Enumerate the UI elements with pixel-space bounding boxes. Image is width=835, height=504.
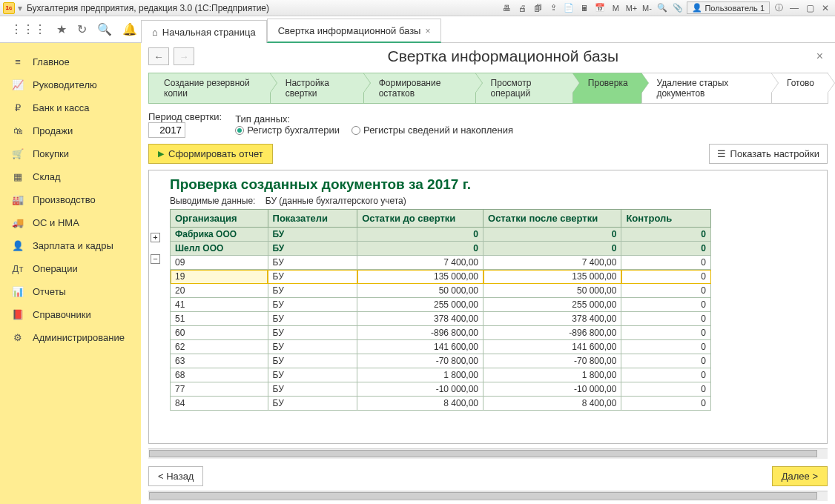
sidebar-item-label: Руководителю (33, 79, 97, 90)
sidebar-item-8[interactable]: 👤Зарплата и кадры (0, 234, 141, 257)
data-row[interactable]: 68БУ1 800,001 800,000 (171, 368, 711, 382)
copy-icon[interactable]: 📄 (562, 2, 575, 14)
cell: 09 (171, 256, 268, 270)
cell: БУ (268, 397, 357, 411)
print-icon[interactable]: 🖨 (515, 2, 529, 14)
close-page-icon[interactable]: × (812, 50, 828, 63)
show-settings-button[interactable]: ☰Показать настройки (709, 144, 828, 164)
wizard-step-6[interactable]: Готово (771, 73, 828, 104)
data-row[interactable]: 63БУ-70 800,00-70 800,000 (171, 354, 711, 368)
sidebar-item-9[interactable]: ДтОперации (0, 257, 141, 280)
settings-list-icon: ☰ (717, 148, 726, 159)
data-row[interactable]: 09БУ7 400,007 400,000 (171, 256, 711, 270)
cell: 77 (171, 382, 268, 397)
sidebar-item-3[interactable]: 🛍Продажи (0, 119, 141, 142)
data-row[interactable]: 51БУ378 400,00378 400,000 (171, 312, 711, 326)
data-row[interactable]: 62БУ141 600,00141 600,000 (171, 340, 711, 354)
wizard-step-4[interactable]: Проверка (572, 73, 642, 104)
app-menu-dropdown[interactable]: ▾ (18, 3, 27, 13)
cell: БУ (268, 242, 357, 256)
close-window-icon[interactable]: ✕ (819, 3, 832, 13)
attach-icon[interactable]: 📎 (671, 2, 684, 14)
document-search-icon[interactable]: 🗐 (531, 2, 544, 14)
tab-close-icon[interactable]: × (425, 26, 430, 36)
bell-icon[interactable]: 🔔 (122, 22, 137, 36)
wizard-step-0[interactable]: Создание резервной копии (148, 73, 271, 104)
period-input[interactable] (148, 122, 185, 138)
cell: 41 (171, 298, 268, 312)
favorite-icon[interactable]: ★ (56, 22, 67, 36)
sidebar-item-12[interactable]: ⚙Администрирование (0, 326, 141, 349)
back-button[interactable]: < Назад (148, 466, 203, 486)
maximize-icon[interactable]: ▢ (803, 3, 816, 13)
expand-group-1[interactable]: + (151, 233, 160, 242)
cell: -896 800,00 (357, 326, 483, 340)
play-icon: ▶ (158, 149, 164, 159)
tab-home[interactable]: ⌂ Начальная страница (141, 20, 267, 43)
cell: 19 (171, 270, 268, 284)
wizard-step-5[interactable]: Удаление старых документов (641, 73, 772, 104)
radio-accounting-label: Регистр бухгалтерии (247, 125, 340, 136)
nav-back-button[interactable]: ← (148, 47, 169, 65)
cell: 7 400,00 (483, 256, 621, 270)
wizard-step-2[interactable]: Формирование остатков (363, 73, 476, 104)
data-row[interactable]: 41БУ255 000,00255 000,000 (171, 298, 711, 312)
memory-m-icon[interactable]: M (609, 2, 622, 14)
cell: 63 (171, 354, 268, 368)
memory-mplus-icon[interactable]: M+ (624, 2, 638, 14)
report-title: Проверка созданных документов за 2017 г. (170, 175, 822, 196)
cell: БУ (268, 228, 357, 242)
sidebar-item-5[interactable]: ▦Склад (0, 165, 141, 188)
print-preview-icon[interactable]: 🖶 (500, 2, 513, 14)
cell: 0 (621, 256, 711, 270)
minimize-icon[interactable]: — (788, 3, 801, 13)
sidebar-item-0[interactable]: ≡Главное (0, 50, 141, 73)
content-h-scrollbar[interactable] (148, 491, 828, 501)
history-icon[interactable]: ↻ (77, 22, 87, 36)
sidebar-icon: 🛍 (12, 125, 24, 136)
sidebar-item-6[interactable]: 🏭Производство (0, 188, 141, 211)
nav-forward-button[interactable]: → (174, 47, 194, 65)
data-row[interactable]: 19БУ135 000,00135 000,000 (171, 270, 711, 284)
data-row[interactable]: 20БУ50 000,0050 000,000 (171, 284, 711, 298)
info-icon[interactable]: ⓘ (772, 2, 785, 14)
cell: 0 (621, 340, 711, 354)
apps-icon[interactable]: ⋮⋮⋮ (10, 22, 46, 36)
sidebar-item-label: Отчеты (33, 286, 66, 297)
cell: 0 (621, 228, 711, 242)
wizard-step-3[interactable]: Просмотр операций (475, 73, 573, 104)
sidebar-item-11[interactable]: 📕Справочники (0, 303, 141, 326)
memory-mminus-icon[interactable]: M- (640, 2, 653, 14)
cell: 0 (357, 228, 483, 242)
calendar-icon[interactable]: 📅 (593, 2, 607, 14)
cell: БУ (268, 270, 357, 284)
data-row[interactable]: 77БУ-10 000,00-10 000,000 (171, 382, 711, 397)
zoom-icon[interactable]: 🔍 (656, 2, 669, 14)
next-button[interactable]: Далее > (772, 466, 828, 486)
sidebar-icon: 📊 (12, 286, 24, 297)
radio-accounting[interactable]: Регистр бухгалтерии (235, 125, 340, 136)
search-icon[interactable]: 🔍 (97, 22, 112, 36)
cell: БУ (268, 312, 357, 326)
cell: 0 (621, 312, 711, 326)
sidebar-item-4[interactable]: 🛒Покупки (0, 142, 141, 165)
group-row[interactable]: Шелл ОООБУ000 (171, 242, 711, 256)
cell: 8 400,00 (483, 397, 621, 411)
collapse-group-2[interactable]: − (151, 254, 160, 264)
data-row[interactable]: 84БУ8 400,008 400,000 (171, 397, 711, 411)
wizard-step-1[interactable]: Настройка свертки (270, 73, 364, 104)
link-icon[interactable]: ⇪ (547, 2, 560, 14)
cell: 0 (621, 368, 711, 382)
group-row[interactable]: Фабрика ОООБУ000 (171, 228, 711, 242)
radio-accumulation[interactable]: Регистры сведений и накопления (352, 125, 513, 136)
run-report-button[interactable]: ▶Сформировать отчет (148, 144, 273, 164)
sidebar-item-10[interactable]: 📊Отчеты (0, 280, 141, 303)
sidebar-item-1[interactable]: 📈Руководителю (0, 73, 141, 96)
user-button[interactable]: 👤 Пользователь 1 (687, 1, 770, 14)
sidebar-item-7[interactable]: 🚚ОС и НМА (0, 211, 141, 234)
sidebar-item-2[interactable]: ₽Банк и касса (0, 96, 141, 119)
report-h-scrollbar[interactable] (148, 448, 828, 459)
tab-svertka[interactable]: Свертка информационной базы × (267, 19, 442, 43)
calculator-icon[interactable]: 🖩 (578, 2, 591, 14)
data-row[interactable]: 60БУ-896 800,00-896 800,000 (171, 326, 711, 340)
